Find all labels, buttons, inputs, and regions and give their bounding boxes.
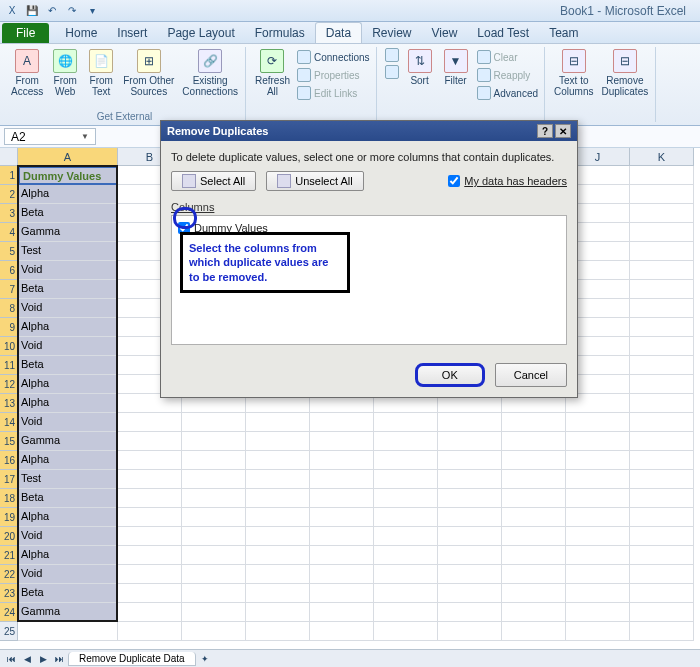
cell[interactable] <box>310 565 374 584</box>
cell[interactable]: Gamma <box>18 603 118 622</box>
cell[interactable]: Test <box>18 470 118 489</box>
from-other-button[interactable]: ⊞From Other Sources <box>120 47 177 99</box>
cell[interactable] <box>438 508 502 527</box>
cell[interactable]: Gamma <box>18 223 118 242</box>
cell[interactable] <box>566 489 630 508</box>
cell[interactable] <box>246 603 310 622</box>
cell[interactable] <box>630 185 694 204</box>
cell[interactable] <box>502 470 566 489</box>
cancel-button[interactable]: Cancel <box>495 363 567 387</box>
cell[interactable] <box>566 508 630 527</box>
name-box[interactable]: A2▼ <box>4 128 96 145</box>
cell[interactable] <box>438 451 502 470</box>
row-header[interactable]: 3 <box>0 204 18 223</box>
advanced-button[interactable]: Advanced <box>475 85 540 101</box>
row-header[interactable]: 15 <box>0 432 18 451</box>
cell[interactable] <box>182 413 246 432</box>
chevron-down-icon[interactable]: ▼ <box>81 132 89 141</box>
row-header[interactable]: 16 <box>0 451 18 470</box>
cell[interactable] <box>246 565 310 584</box>
cell[interactable] <box>566 622 630 641</box>
cell[interactable] <box>374 451 438 470</box>
sheet-tab[interactable]: Remove Duplicate Data <box>68 652 196 666</box>
row-header[interactable]: 14 <box>0 413 18 432</box>
cell[interactable] <box>502 565 566 584</box>
from-access-button[interactable]: AFrom Access <box>8 47 46 99</box>
cell[interactable] <box>630 451 694 470</box>
new-sheet-icon[interactable]: ✦ <box>198 652 212 666</box>
cell[interactable] <box>310 622 374 641</box>
refresh-all-button[interactable]: ⟳Refresh All <box>252 47 293 101</box>
cell[interactable] <box>118 584 182 603</box>
cell[interactable] <box>630 603 694 622</box>
cell[interactable] <box>438 470 502 489</box>
cell[interactable] <box>630 166 694 185</box>
row-header[interactable]: 11 <box>0 356 18 375</box>
cell[interactable]: Alpha <box>18 546 118 565</box>
cell[interactable] <box>630 337 694 356</box>
cell[interactable] <box>374 622 438 641</box>
cell[interactable] <box>502 413 566 432</box>
cell[interactable] <box>630 565 694 584</box>
tab-home[interactable]: Home <box>55 23 107 43</box>
cell[interactable] <box>310 413 374 432</box>
cell[interactable] <box>374 470 438 489</box>
cell[interactable]: Alpha <box>18 318 118 337</box>
row-header[interactable]: 21 <box>0 546 18 565</box>
cell[interactable]: Test <box>18 242 118 261</box>
column-header[interactable]: K <box>630 148 694 166</box>
cell[interactable] <box>374 584 438 603</box>
cell[interactable] <box>502 489 566 508</box>
cell[interactable] <box>630 489 694 508</box>
excel-icon[interactable]: X <box>4 3 20 19</box>
from-text-button[interactable]: 📄From Text <box>84 47 118 99</box>
cell[interactable] <box>246 489 310 508</box>
cell[interactable] <box>374 489 438 508</box>
row-header[interactable]: 10 <box>0 337 18 356</box>
headers-checkbox[interactable] <box>448 175 460 187</box>
cell[interactable]: Void <box>18 337 118 356</box>
cell[interactable] <box>118 508 182 527</box>
cell[interactable] <box>566 451 630 470</box>
headers-checkbox-label[interactable]: My data has headers <box>448 175 567 187</box>
qat-more-icon[interactable]: ▾ <box>84 3 100 19</box>
cell[interactable] <box>118 527 182 546</box>
sheet-nav-next-icon[interactable]: ▶ <box>36 652 50 666</box>
tab-load-test[interactable]: Load Test <box>467 23 539 43</box>
cell[interactable] <box>182 470 246 489</box>
tab-view[interactable]: View <box>422 23 468 43</box>
filter-button[interactable]: ▼Filter <box>439 47 473 101</box>
cell[interactable] <box>630 413 694 432</box>
row-header[interactable]: 17 <box>0 470 18 489</box>
cell[interactable] <box>374 508 438 527</box>
cell[interactable] <box>374 432 438 451</box>
cell[interactable]: Void <box>18 565 118 584</box>
tab-insert[interactable]: Insert <box>107 23 157 43</box>
cell[interactable]: Void <box>18 413 118 432</box>
cell[interactable] <box>246 622 310 641</box>
cell[interactable] <box>310 603 374 622</box>
cell[interactable] <box>118 622 182 641</box>
cell[interactable] <box>438 413 502 432</box>
cell[interactable] <box>182 508 246 527</box>
text-to-columns-button[interactable]: ⊟Text to Columns <box>551 47 596 99</box>
row-header[interactable]: 8 <box>0 299 18 318</box>
ok-button[interactable]: OK <box>415 363 485 387</box>
cell[interactable] <box>566 546 630 565</box>
row-header[interactable]: 19 <box>0 508 18 527</box>
help-icon[interactable]: ? <box>537 124 553 138</box>
sheet-nav-last-icon[interactable]: ⏭ <box>52 652 66 666</box>
row-header[interactable]: 25 <box>0 622 18 641</box>
cell[interactable] <box>182 451 246 470</box>
sheet-nav-prev-icon[interactable]: ◀ <box>20 652 34 666</box>
cell[interactable] <box>374 603 438 622</box>
cell[interactable] <box>630 356 694 375</box>
cell[interactable]: Void <box>18 527 118 546</box>
cell[interactable]: Beta <box>18 584 118 603</box>
cell[interactable] <box>630 204 694 223</box>
sort-za-button[interactable] <box>383 64 401 80</box>
sort-button[interactable]: ⇅Sort <box>403 47 437 101</box>
dialog-titlebar[interactable]: Remove Duplicates ? ✕ <box>161 121 577 141</box>
cell[interactable] <box>566 584 630 603</box>
cell[interactable] <box>566 470 630 489</box>
